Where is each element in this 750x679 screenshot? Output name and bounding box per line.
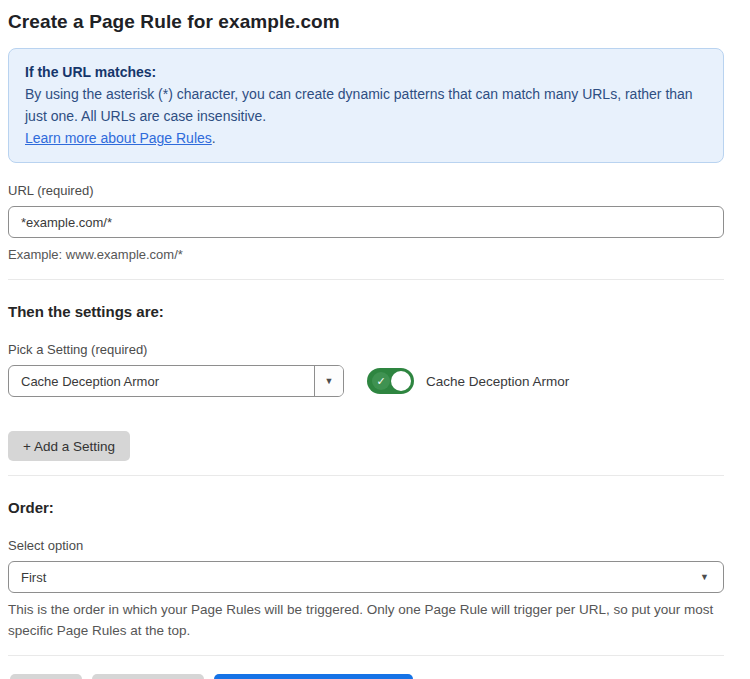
page-title: Create a Page Rule for example.com [8, 11, 724, 33]
setting-row: Cache Deception Armor ▼ ✓ Cache Deceptio… [8, 365, 724, 397]
url-match-info-box: If the URL matches: By using the asteris… [8, 48, 724, 163]
info-box-heading: If the URL matches: [25, 61, 707, 83]
setting-toggle-label: Cache Deception Armor [426, 374, 569, 389]
setting-dropdown-value: Cache Deception Armor [9, 366, 314, 396]
order-section-heading: Order: [8, 499, 724, 516]
info-box-body: By using the asterisk (*) character, you… [25, 83, 707, 127]
chevron-down-icon: ▼ [325, 377, 334, 386]
order-select-label: Select option [8, 538, 724, 553]
divider [8, 655, 724, 656]
link-suffix: . [212, 130, 216, 146]
setting-toggle[interactable]: ✓ [367, 368, 414, 394]
url-input[interactable] [8, 206, 724, 238]
info-box-link-line: Learn more about Page Rules. [25, 127, 707, 149]
url-field-label: URL (required) [8, 183, 724, 198]
cancel-button[interactable]: Cancel [10, 674, 82, 679]
save-as-draft-button[interactable]: Save as Draft [92, 674, 204, 679]
page-rule-form: Create a Page Rule for example.com If th… [8, 0, 724, 679]
setting-picker-label: Pick a Setting (required) [8, 342, 724, 357]
order-description: This is the order in which your Page Rul… [8, 599, 724, 641]
setting-dropdown-arrow-button[interactable]: ▼ [314, 366, 343, 396]
save-and-deploy-button[interactable]: Save and Deploy Page Rule [214, 674, 414, 679]
divider [8, 475, 724, 476]
chevron-down-icon: ▼ [700, 573, 709, 582]
settings-section-heading: Then the settings are: [8, 303, 724, 320]
toggle-knob [391, 371, 411, 391]
divider [8, 279, 724, 280]
footer-actions: Cancel Save as Draft Save and Deploy Pag… [10, 674, 724, 679]
setting-dropdown[interactable]: Cache Deception Armor ▼ [8, 365, 344, 397]
order-select-value: First [9, 570, 700, 585]
check-icon: ✓ [372, 372, 390, 390]
add-setting-button[interactable]: + Add a Setting [8, 431, 130, 461]
url-example-text: Example: www.example.com/* [8, 245, 724, 265]
learn-more-link[interactable]: Learn more about Page Rules [25, 130, 212, 146]
order-select[interactable]: First ▼ [8, 561, 724, 593]
